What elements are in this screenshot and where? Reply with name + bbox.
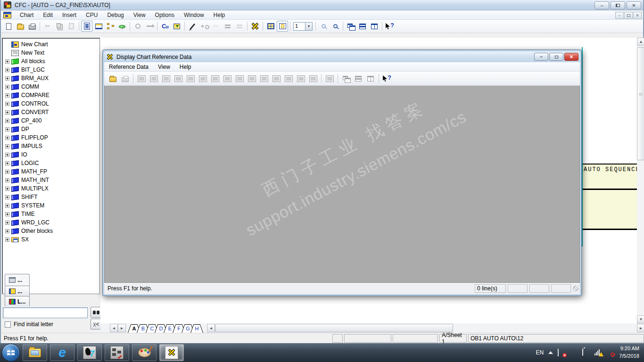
menu-item[interactable]: Insert xyxy=(58,11,81,19)
ref-insert-button[interactable] xyxy=(283,73,294,84)
expand-plus-icon[interactable] xyxy=(5,221,9,225)
runtime-properties-button[interactable]: C10 xyxy=(159,21,171,32)
chart-window-button[interactable] xyxy=(93,21,104,32)
mdi-close-button[interactable]: ✕ xyxy=(633,12,642,19)
expand-plus-icon[interactable] xyxy=(5,68,9,72)
taskbar-paint-button[interactable] xyxy=(132,344,157,361)
chart-reference-data-button[interactable] xyxy=(249,21,261,32)
context-help-button[interactable]: ? xyxy=(384,21,396,32)
battery-icon[interactable] xyxy=(582,349,590,356)
auto-sequence-block-body[interactable] xyxy=(583,189,637,230)
menu-item[interactable]: CPU xyxy=(81,11,102,19)
tree-item[interactable]: IMPULS xyxy=(2,142,99,150)
copy-button[interactable] xyxy=(54,21,65,32)
clock[interactable]: 9:20 AM 7/5/2018 xyxy=(619,345,639,360)
ref-grid-button[interactable] xyxy=(307,73,319,84)
start-button[interactable] xyxy=(2,344,20,362)
menu-item[interactable]: Debug xyxy=(102,11,128,19)
taskbar-explorer-button[interactable] xyxy=(23,344,47,361)
action-center-icon[interactable]: ✕ xyxy=(558,349,565,356)
tile-vertical-button[interactable] xyxy=(369,21,380,32)
expand-plus-icon[interactable] xyxy=(5,204,9,208)
tree-item[interactable]: All blocks xyxy=(2,57,99,66)
taskbar-cfc-button[interactable] xyxy=(105,344,129,361)
ref-help-button[interactable]: ? xyxy=(381,73,393,84)
paste-button[interactable] xyxy=(66,21,77,32)
zoom-in-button[interactable] xyxy=(318,21,329,32)
menu-item[interactable]: Edit xyxy=(38,11,58,19)
sheet-number-dropdown[interactable]: 1 ▼ xyxy=(293,22,313,31)
dialog-close-button[interactable]: ✕ xyxy=(564,53,578,61)
scroll-up-icon[interactable]: ▲ xyxy=(637,38,644,46)
tree-item[interactable]: Other blocks xyxy=(2,227,99,235)
sheet-view-button[interactable] xyxy=(277,21,288,32)
tree-item[interactable]: SHIFT xyxy=(2,193,99,201)
language-indicator[interactable]: EN xyxy=(536,349,544,356)
vertical-scrollbar[interactable]: ▲ ▼ xyxy=(637,38,644,323)
tree-item[interactable]: New Chart xyxy=(2,40,99,49)
restore-button[interactable] xyxy=(611,1,625,9)
mdi-minimize-button[interactable]: – xyxy=(615,12,624,19)
network-signal-icon[interactable] xyxy=(594,349,602,356)
marker-button[interactable] xyxy=(187,21,198,32)
tree-item[interactable]: New Text xyxy=(2,49,99,57)
catalog-tab[interactable]: ... xyxy=(5,274,30,286)
expand-plus-icon[interactable] xyxy=(5,187,9,191)
tree-item[interactable]: TIME xyxy=(2,210,99,218)
taskbar-ie-button[interactable]: e xyxy=(50,344,74,361)
expand-plus-icon[interactable] xyxy=(5,161,9,165)
ref-table-button[interactable] xyxy=(234,73,245,84)
connection-button[interactable] xyxy=(144,21,155,32)
tree-item[interactable]: CONTROL xyxy=(2,99,99,108)
horizontal-scroll-thumb[interactable] xyxy=(215,324,453,332)
tab-scroll-right-icon[interactable]: ► xyxy=(118,324,126,332)
volume-muted-icon[interactable] xyxy=(607,349,614,356)
new-chart-button[interactable] xyxy=(3,21,14,32)
expand-plus-icon[interactable] xyxy=(5,170,9,174)
minimize-button[interactable]: – xyxy=(594,1,609,9)
tree-item[interactable]: SX xyxy=(2,235,99,244)
vertical-scroll-thumb[interactable] xyxy=(637,47,644,160)
show-hidden-icons[interactable] xyxy=(548,351,553,354)
expand-plus-icon[interactable] xyxy=(5,144,9,148)
ref-goto-button[interactable] xyxy=(258,73,270,84)
dialog-restore-button[interactable] xyxy=(549,53,563,61)
find-initial-letter-checkbox[interactable] xyxy=(5,321,11,328)
expand-plus-icon[interactable] xyxy=(5,212,9,216)
auto-sequence-block-header[interactable]: AUTO SEQUENCE xyxy=(583,164,637,189)
dialog-minimize-button[interactable]: – xyxy=(534,53,548,61)
print-button[interactable] xyxy=(26,21,38,32)
tree-item[interactable]: WRD_LGC xyxy=(2,218,99,227)
tree-item[interactable]: LOGIC xyxy=(2,159,99,167)
menu-item[interactable]: Chart xyxy=(15,11,38,19)
tree-item[interactable]: MATH_INT xyxy=(2,176,99,184)
expand-plus-icon[interactable] xyxy=(5,76,9,81)
ref-io-button[interactable] xyxy=(197,73,208,84)
expand-plus-icon[interactable] xyxy=(5,119,9,123)
ref-block-button[interactable] xyxy=(148,73,159,84)
tree-item[interactable]: BIT_LGC xyxy=(2,66,99,74)
expand-plus-icon[interactable] xyxy=(5,102,9,106)
expand-plus-icon[interactable] xyxy=(5,59,9,64)
pin-button[interactable] xyxy=(116,21,128,32)
security-shield-icon[interactable] xyxy=(570,349,578,356)
dialog-title-bar[interactable]: Display Chart Reference Data – ✕ xyxy=(104,51,580,62)
scroll-down-icon[interactable]: ▼ xyxy=(637,315,644,323)
catalog-tab[interactable]: ... xyxy=(5,286,30,296)
ref-print-button[interactable] xyxy=(119,73,131,84)
readability-button[interactable] xyxy=(198,21,210,32)
overview-button[interactable] xyxy=(265,21,276,32)
ref-address-button[interactable] xyxy=(185,73,196,84)
tree-item[interactable]: CP_400 xyxy=(2,116,99,125)
tree-item[interactable]: IO xyxy=(2,150,99,159)
chart-window-icon[interactable] xyxy=(3,12,11,18)
ref-open-button[interactable] xyxy=(107,73,118,84)
expand-plus-icon[interactable] xyxy=(5,153,9,157)
zoom-out-button[interactable] xyxy=(330,21,341,32)
expand-plus-icon[interactable] xyxy=(5,178,9,182)
expand-plus-icon[interactable] xyxy=(5,110,9,115)
dropdown-arrow-icon[interactable]: ▼ xyxy=(305,22,313,31)
expand-plus-icon[interactable] xyxy=(5,127,9,132)
chart-io-button[interactable] xyxy=(171,21,182,32)
menu-item[interactable]: View xyxy=(129,11,150,19)
